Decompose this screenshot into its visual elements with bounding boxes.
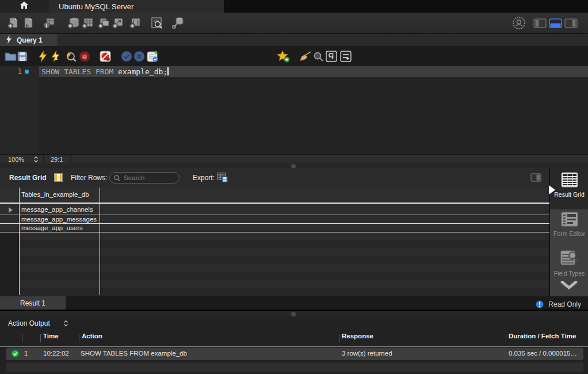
table-row[interactable]: message_app_channels	[0, 204, 549, 215]
action-output-panel: Action Output Time Action Response Durat…	[0, 316, 588, 374]
table-cell: message_app_users	[21, 224, 83, 231]
column-divider[interactable]	[19, 188, 20, 295]
find-icon[interactable]	[311, 49, 325, 63]
editor-result-splitter[interactable]	[0, 163, 588, 168]
create-view-icon[interactable]	[96, 16, 111, 30]
sidebar-item-result-grid[interactable]: Result Grid	[550, 172, 588, 198]
tab-query-1[interactable]: Query 1	[0, 34, 58, 46]
output-selector-stepper-icon[interactable]	[63, 320, 68, 327]
read-only-label: Read Only	[548, 300, 581, 308]
statement-marker-icon	[25, 70, 29, 74]
header-divider	[0, 346, 588, 347]
result-view-sidebar: Result Grid Form Editor Field Types	[549, 168, 588, 296]
sidebar-label: Result Grid	[550, 192, 588, 198]
result-grid-toolbar: Result Grid Filter Rows: Export:	[0, 168, 549, 188]
add-snippet-icon[interactable]	[276, 49, 290, 63]
filter-rows-label: Filter Rows:	[71, 174, 107, 182]
sql-editor[interactable]: 1 SHOW TABLES FROM example_db;	[0, 66, 588, 154]
editor-status-bar: 100% 29:1	[0, 154, 588, 164]
column-divider[interactable]	[100, 188, 100, 295]
rollback-icon[interactable]	[132, 49, 146, 63]
search-input[interactable]	[123, 174, 174, 182]
empty-log-row	[6, 362, 583, 372]
open-sql-file-icon[interactable]	[21, 16, 36, 30]
field-types-icon	[560, 258, 579, 268]
grid-column-header[interactable]: Tables_in_example_db	[0, 188, 549, 204]
sql-keywords: SHOW TABLES FROM	[41, 67, 113, 76]
connection-tab-label: Ubuntu MySQL Server	[59, 2, 133, 11]
filter-search-box[interactable]	[109, 172, 180, 184]
autocommit-icon[interactable]	[146, 49, 159, 63]
server-wrench-icon[interactable]	[171, 16, 186, 30]
home-tab[interactable]	[0, 0, 48, 13]
query-tab-label: Query 1	[17, 36, 43, 44]
create-table-icon[interactable]	[80, 16, 95, 30]
log-duration: 0.035 sec / 0.000015…	[509, 350, 577, 357]
table-cell: message_app_messages	[21, 216, 97, 223]
home-icon	[20, 1, 29, 12]
beautify-icon[interactable]	[298, 49, 312, 63]
zoom-level: 100%	[8, 156, 24, 163]
column-header-duration[interactable]: Duration / Fetch Time	[509, 333, 576, 339]
read-only-icon	[536, 300, 544, 308]
read-only-status: Read Only	[536, 300, 581, 308]
new-sql-tab-icon[interactable]	[6, 16, 21, 30]
export-icon[interactable]	[217, 173, 228, 184]
toggle-left-panel-icon[interactable]	[532, 16, 547, 30]
log-index: 1	[24, 350, 28, 357]
create-procedure-icon[interactable]	[110, 16, 125, 30]
chevron-down-icon[interactable]	[560, 281, 578, 293]
sql-code-line[interactable]: SHOW TABLES FROM example_db;	[41, 67, 169, 76]
create-function-icon[interactable]	[128, 16, 143, 30]
tab-result-1[interactable]: Result 1	[0, 296, 66, 310]
stop-icon[interactable]	[78, 49, 91, 63]
create-schema-icon[interactable]	[66, 16, 81, 30]
log-action: SHOW TABLES FROM example_db	[81, 350, 187, 357]
stop-on-error-icon[interactable]	[98, 49, 112, 63]
grid-view-icon[interactable]	[54, 173, 63, 184]
toggle-right-panel-icon[interactable]	[563, 16, 578, 30]
toggle-preview-panel-icon[interactable]	[530, 173, 541, 184]
sidebar-label: Form Editor	[550, 231, 588, 237]
commit-icon[interactable]	[120, 49, 133, 63]
caret-position: 29:1	[51, 156, 63, 163]
zoom-stepper-icon[interactable]	[33, 156, 39, 163]
sql-identifier: example_db;	[113, 67, 167, 76]
result-grid-table: Tables_in_example_db message_app_channel…	[0, 188, 549, 296]
column-header-action[interactable]: Action	[82, 333, 102, 339]
result-grid-title: Result Grid	[9, 174, 47, 182]
editor-gutter	[0, 66, 39, 154]
table-row[interactable]: message_app_users	[0, 224, 549, 232]
window-tab-bar: Ubuntu MySQL Server	[0, 0, 588, 13]
execute-current-icon[interactable]	[49, 49, 63, 63]
main-toolbar	[0, 13, 588, 34]
sidebar-item-field-types[interactable]: Field Types	[550, 250, 588, 277]
sidebar-item-form-editor[interactable]: Form Editor	[550, 212, 588, 237]
connection-tab[interactable]: Ubuntu MySQL Server	[48, 0, 225, 13]
output-selector[interactable]: Action Output	[8, 319, 50, 327]
column-header-response[interactable]: Response	[342, 333, 373, 339]
sidebar-label: Field Types	[550, 270, 588, 277]
invisibles-icon[interactable]	[324, 49, 338, 63]
query-toolbar: Limit to 1000 rows	[0, 46, 588, 66]
save-icon[interactable]	[16, 49, 29, 63]
explain-icon[interactable]	[63, 49, 77, 63]
wrap-text-icon[interactable]	[339, 49, 353, 63]
result-output-splitter[interactable]	[0, 311, 588, 316]
inspector-icon[interactable]	[41, 16, 56, 30]
connection-status-icon	[511, 16, 526, 30]
execute-icon[interactable]	[36, 49, 49, 63]
form-editor-icon	[561, 219, 578, 228]
current-row-marker-icon	[9, 207, 13, 213]
toggle-bottom-panel-icon[interactable]	[548, 16, 563, 30]
column-header-time[interactable]: Time	[43, 333, 59, 339]
export-label: Export:	[193, 174, 215, 182]
table-row[interactable]: message_app_messages	[0, 215, 549, 224]
result-tab-label: Result 1	[20, 299, 45, 307]
table-search-icon[interactable]	[150, 16, 165, 30]
output-log-row[interactable]: 1 10:22:02 SHOW TABLES FROM example_db 3…	[6, 348, 583, 360]
log-time: 10:22:02	[43, 350, 69, 357]
log-response: 3 row(s) returned	[342, 350, 392, 357]
query-bolt-icon	[6, 35, 12, 45]
result-grid-icon	[561, 180, 578, 189]
